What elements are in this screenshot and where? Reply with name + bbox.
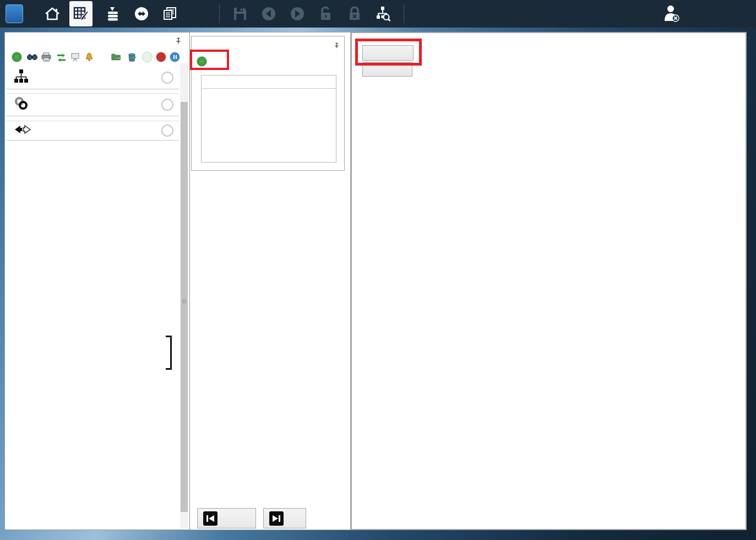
documents-icon[interactable] xyxy=(162,4,178,24)
section-gap xyxy=(6,116,179,121)
material-stack-icon[interactable] xyxy=(105,4,121,24)
where-used-search-icon[interactable] xyxy=(375,4,391,24)
vertical-scrollbar[interactable] xyxy=(180,63,188,528)
scroll-up-icon[interactable] xyxy=(180,63,188,72)
process-flow-section-header[interactable] xyxy=(6,67,179,89)
resume-icon[interactable] xyxy=(142,52,153,62)
setup-button[interactable] xyxy=(362,45,414,61)
process-definition-panel: ◢ xyxy=(4,32,190,530)
process-definition-toolbar xyxy=(12,51,180,63)
next-button[interactable] xyxy=(263,508,306,528)
line-programming-tree xyxy=(6,141,179,143)
factorylogix-logo xyxy=(6,4,23,23)
collapse-up-icon[interactable] xyxy=(161,72,173,84)
skip-next-icon xyxy=(269,511,284,526)
toolbar-divider xyxy=(404,4,404,23)
machine-list-toolbar xyxy=(197,56,222,67)
replace-swap-icon[interactable] xyxy=(56,52,67,62)
toolbar-divider xyxy=(219,4,220,23)
reroute-bracket xyxy=(166,336,172,370)
pin-icon[interactable] xyxy=(175,37,182,46)
expand-down-icon[interactable] xyxy=(161,99,173,111)
close-button[interactable] xyxy=(736,9,749,23)
add-machine-icon[interactable] xyxy=(197,56,207,67)
collapse-up-icon[interactable] xyxy=(161,125,173,137)
scrollbar-thumb[interactable] xyxy=(181,102,188,512)
line-programming-section-header[interactable] xyxy=(6,121,179,141)
gears-icon xyxy=(381,48,392,58)
unlock-icon[interactable] xyxy=(318,4,334,24)
sync-icon[interactable] xyxy=(133,4,150,24)
machine-list-panel xyxy=(191,36,345,171)
pin-icon[interactable] xyxy=(334,42,340,50)
scroll-down-icon[interactable] xyxy=(180,520,188,528)
recycle-bin-icon[interactable] xyxy=(127,52,137,62)
assembly-info xyxy=(413,2,461,26)
line-programming-arrows-icon xyxy=(14,124,31,137)
back-icon[interactable] xyxy=(260,4,277,24)
reroutes-chain-icon xyxy=(14,96,29,113)
suspend-icon[interactable] xyxy=(156,52,166,62)
machine-table-header xyxy=(202,75,336,89)
maximize-button[interactable] xyxy=(713,9,726,23)
process-flow-hierarchy-icon xyxy=(14,69,29,86)
minimize-button[interactable] xyxy=(690,9,703,23)
operation-setup-panel xyxy=(190,32,351,530)
save-icon[interactable] xyxy=(232,4,248,24)
machine-setup-gear-icon[interactable] xyxy=(211,56,222,67)
process-definition-icon[interactable] xyxy=(69,1,93,26)
process-flow-tree xyxy=(6,89,179,91)
skip-previous-icon xyxy=(203,511,217,526)
pause-icon[interactable] xyxy=(170,52,180,62)
user-logout-icon[interactable] xyxy=(661,4,682,24)
app-window: ◢ xyxy=(0,0,756,540)
find-icon[interactable] xyxy=(27,52,37,62)
add-icon[interactable] xyxy=(12,52,22,62)
scrollbar-grip xyxy=(182,299,186,303)
forward-icon[interactable] xyxy=(289,4,306,24)
home-icon[interactable] xyxy=(44,4,61,24)
presentation-icon[interactable] xyxy=(70,52,80,62)
lock-revision-icon[interactable] xyxy=(346,4,363,24)
reroutes-section-header[interactable] xyxy=(6,93,179,116)
gear-pale-icon[interactable] xyxy=(97,52,108,62)
process-definition-tree: ◢ xyxy=(6,63,179,528)
print-icon[interactable] xyxy=(41,52,51,62)
machine-table xyxy=(201,75,336,163)
titlebar xyxy=(0,0,756,28)
clear-setup-button[interactable] xyxy=(362,62,412,77)
part-management-content-panel xyxy=(351,32,747,530)
bell-icon[interactable] xyxy=(84,52,94,62)
previous-button[interactable] xyxy=(197,508,256,528)
settings-gear-icon[interactable] xyxy=(191,4,207,24)
export-icon[interactable] xyxy=(111,52,122,62)
